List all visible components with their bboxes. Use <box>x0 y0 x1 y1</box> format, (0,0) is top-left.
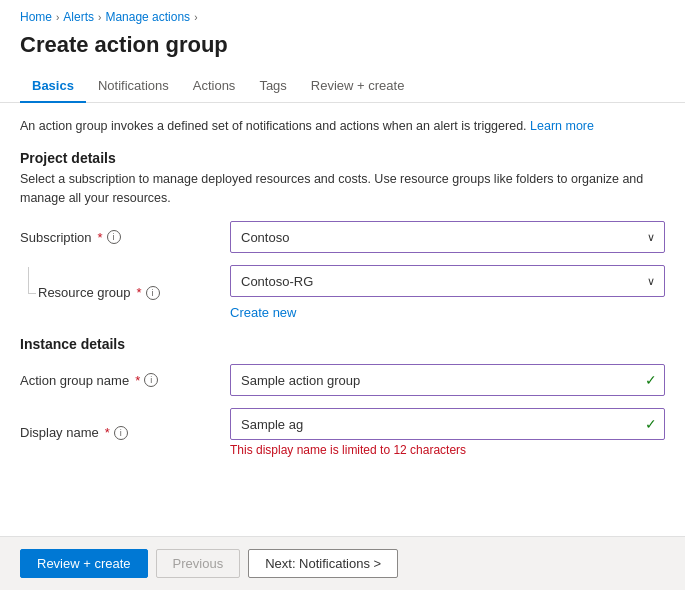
display-name-row: Display name * i ✓ This display name is … <box>20 408 665 457</box>
instance-details-section: Instance details <box>20 336 665 352</box>
subscription-info-icon[interactable]: i <box>107 230 121 244</box>
chevron-icon-2: › <box>98 12 101 23</box>
page-title: Create action group <box>0 28 685 70</box>
display-name-required: * <box>105 425 110 440</box>
breadcrumb-alerts[interactable]: Alerts <box>63 10 94 24</box>
subscription-label: Subscription * i <box>20 230 230 245</box>
learn-more-link[interactable]: Learn more <box>530 119 594 133</box>
breadcrumb-manage-actions[interactable]: Manage actions <box>105 10 190 24</box>
resource-group-info-icon[interactable]: i <box>146 286 160 300</box>
tab-tags[interactable]: Tags <box>247 70 298 103</box>
resource-group-required: * <box>137 285 142 300</box>
resource-group-row: Resource group * i Contoso-RG ∨ Create n… <box>20 265 665 320</box>
subscription-required: * <box>98 230 103 245</box>
display-name-validation: This display name is limited to 12 chara… <box>230 443 665 457</box>
subscription-select[interactable]: Contoso <box>230 221 665 253</box>
tab-actions[interactable]: Actions <box>181 70 248 103</box>
tab-review-create[interactable]: Review + create <box>299 70 417 103</box>
display-name-info-icon[interactable]: i <box>114 426 128 440</box>
project-details-title: Project details <box>20 150 665 166</box>
create-new-link[interactable]: Create new <box>230 305 296 320</box>
action-group-name-required: * <box>135 373 140 388</box>
tab-notifications[interactable]: Notifications <box>86 70 181 103</box>
main-content: An action group invokes a defined set of… <box>0 103 685 483</box>
resource-group-control: Contoso-RG ∨ Create new <box>230 265 665 320</box>
display-name-label: Display name * i <box>20 425 230 440</box>
subscription-select-wrapper: Contoso ∨ <box>230 221 665 253</box>
review-create-button[interactable]: Review + create <box>20 549 148 578</box>
next-button[interactable]: Next: Notifications > <box>248 549 398 578</box>
project-details-desc: Select a subscription to manage deployed… <box>20 170 665 208</box>
instance-details-title: Instance details <box>20 336 665 352</box>
display-name-input[interactable] <box>230 408 665 440</box>
resource-group-select[interactable]: Contoso-RG <box>230 265 665 297</box>
action-group-name-input-wrapper: ✓ <box>230 364 665 396</box>
action-group-name-info-icon[interactable]: i <box>144 373 158 387</box>
breadcrumb-home[interactable]: Home <box>20 10 52 24</box>
subscription-row: Subscription * i Contoso ∨ <box>20 221 665 253</box>
subscription-control: Contoso ∨ <box>230 221 665 253</box>
tabs-container: Basics Notifications Actions Tags Review… <box>0 70 685 103</box>
chevron-icon-3: › <box>194 12 197 23</box>
breadcrumb: Home › Alerts › Manage actions › <box>0 0 685 28</box>
tab-basics[interactable]: Basics <box>20 70 86 103</box>
info-text: An action group invokes a defined set of… <box>20 117 665 136</box>
resource-group-select-wrapper: Contoso-RG ∨ <box>230 265 665 297</box>
footer: Review + create Previous Next: Notificat… <box>0 536 685 590</box>
chevron-icon-1: › <box>56 12 59 23</box>
action-group-name-valid-icon: ✓ <box>645 372 657 388</box>
display-name-valid-icon: ✓ <box>645 416 657 432</box>
action-group-name-control: ✓ <box>230 364 665 396</box>
resource-group-label: Resource group * i <box>20 285 230 300</box>
previous-button[interactable]: Previous <box>156 549 241 578</box>
action-group-name-label: Action group name * i <box>20 373 230 388</box>
action-group-name-row: Action group name * i ✓ <box>20 364 665 396</box>
display-name-control: ✓ This display name is limited to 12 cha… <box>230 408 665 457</box>
action-group-name-input[interactable] <box>230 364 665 396</box>
display-name-input-wrapper: ✓ <box>230 408 665 440</box>
